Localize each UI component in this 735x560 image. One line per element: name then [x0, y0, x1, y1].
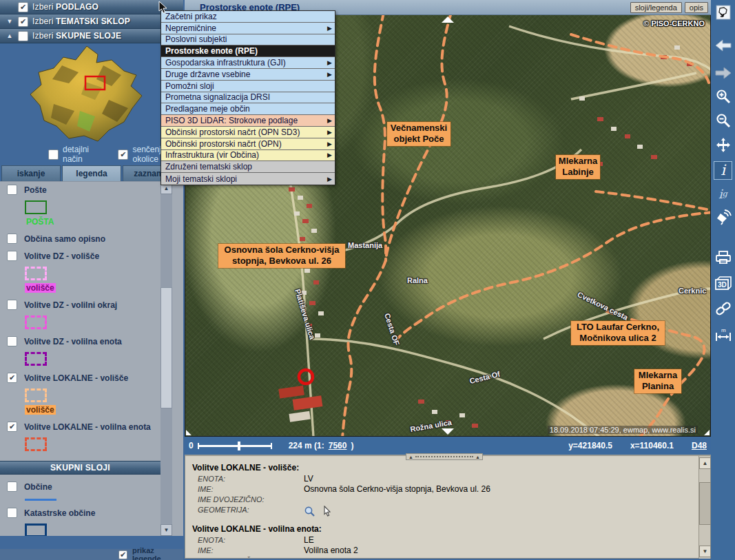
menu-item-za-etni-prikaz[interactable]: Začetni prikaz: [161, 11, 335, 23]
panel-header-tematski-sklop[interactable]: ▼✔Izberi TEMATSKI SKLOP: [0, 14, 183, 29]
layer-checkbox[interactable]: [7, 234, 17, 244]
pan-down-arrow[interactable]: [442, 428, 454, 435]
zoom-out-icon[interactable]: [714, 111, 732, 129]
three-d-icon[interactable]: 3D: [714, 273, 732, 292]
legend-item: Katastrske občinek.o.IME: [7, 508, 161, 536]
info-field-row: IME:Volilna enota 2: [192, 546, 698, 556]
gps-icon[interactable]: [714, 207, 732, 225]
scroll-down-icon[interactable]: ▼: [161, 524, 172, 536]
panel-checkbox[interactable]: [18, 31, 28, 41]
map-corner-handle-right[interactable]: [704, 430, 710, 435]
zoom-in-icon[interactable]: [714, 87, 732, 105]
selection-marker: [299, 370, 313, 384]
info-icon[interactable]: i: [714, 161, 732, 180]
info-field-label: ENOTA:: [192, 535, 304, 546]
menu-item-label: Združeni tematski sklop: [165, 162, 252, 172]
menu-item-moji-tematski-sklopi[interactable]: Moji tematski sklopi▶: [161, 173, 335, 185]
tab-iskanje[interactable]: iskanje: [1, 165, 61, 181]
show-legend-checkbox[interactable]: ✔: [118, 550, 127, 559]
forward-arrow-icon[interactable]: [714, 63, 732, 82]
tab-legenda[interactable]: legenda: [62, 165, 121, 181]
menu-item-druge-dr-avne-vsebine[interactable]: Druge državne vsebine▶: [161, 69, 335, 81]
menu-item-gospodarska-infrastruktura-gji-[interactable]: Gospodarska infrastruktura (GJI)▶: [161, 57, 335, 69]
measure-icon[interactable]: m: [714, 325, 732, 344]
panel-checkbox[interactable]: ✔: [18, 17, 28, 27]
scale-value-link[interactable]: 7560: [329, 441, 347, 450]
map-corner-handle-left[interactable]: [186, 430, 191, 435]
map-watermark: 18.09.2018 07:45:29, ewmap, www.realis.s…: [548, 426, 698, 434]
layer-checkbox[interactable]: [7, 508, 17, 518]
legend-scrollbar[interactable]: ▲ ▼: [161, 183, 172, 536]
scroll-up-icon[interactable]: ▲: [699, 457, 711, 469]
panel-header-podlago[interactable]: ✔Izberi PODLAGO: [0, 0, 183, 14]
chevron-up-icon[interactable]: ▲: [6, 32, 14, 39]
layer-checkbox[interactable]: [7, 251, 17, 261]
layer-checkbox[interactable]: [7, 481, 17, 492]
scale-slider[interactable]: [198, 445, 272, 447]
legend-item-row: ✔Volitve LOKALNE - volilna enota: [7, 422, 161, 432]
menu-item-zdru-eni-tematski-sklop[interactable]: Združeni tematski sklop: [161, 161, 335, 173]
layer-symbol-rect: [25, 437, 47, 451]
road-label: Mastanija: [348, 241, 382, 249]
chevron-down-icon[interactable]: ▼: [6, 18, 14, 25]
info-field-row: IME DVOJEZIČNO:: [192, 495, 698, 505]
zoom-to-geometry-icon[interactable]: [304, 506, 315, 520]
scrollbar-thumb[interactable]: [699, 482, 711, 525]
coord-y: y=421840.5: [568, 441, 612, 450]
panel-header-skupne-sloje[interactable]: ▲Izberi SKUPNE SLOJE: [0, 29, 183, 43]
menu-item-poslovni-subjekti[interactable]: Poslovni subjekti: [161, 34, 335, 46]
layer-checkbox[interactable]: [7, 185, 17, 195]
menu-item-label: Predlagane meje občin: [165, 104, 250, 114]
info-field-value: Volilna enota 2: [304, 546, 358, 556]
layer-sublabel: POŠTA: [25, 217, 55, 227]
overview-map-icon[interactable]: [714, 3, 732, 21]
info-field-label: IME:: [192, 546, 304, 556]
pan-icon[interactable]: [714, 136, 732, 154]
scale-slider-thumb[interactable]: [238, 442, 240, 450]
pan-up-arrow[interactable]: [442, 17, 454, 23]
scroll-down-icon[interactable]: ▼: [699, 546, 711, 557]
legend-list: PoštePOŠTAObčina samo opisnoVolitve DZ -…: [0, 181, 161, 536]
menu-item-predlagane-meje-ob-in[interactable]: Predlagane meje občin: [161, 103, 335, 115]
layer-checkbox[interactable]: ✔: [7, 373, 17, 383]
layers-legend-button[interactable]: sloji/legenda: [630, 2, 682, 13]
layer-symbol-line: [25, 499, 56, 501]
sidebar-tabs: iskanjelegendazaznamki: [0, 165, 183, 181]
menu-item-prometna-signalizacija-drsi[interactable]: Prometna signalizacija DRSI: [161, 92, 335, 104]
menu-item-pomo-ni-sloji[interactable]: Pomožni sloji: [161, 81, 335, 92]
scrollbar-thumb[interactable]: [161, 287, 172, 408]
layer-checkbox[interactable]: [7, 300, 17, 310]
description-button[interactable]: opis: [685, 2, 708, 13]
menu-item-infrastruktura-vir-ob-ina-[interactable]: Infrastruktura (vir Občina)▶: [161, 150, 335, 162]
legend-item: Občine: [7, 481, 161, 501]
legend-item: Volitve DZ - voliščevolišče: [7, 251, 161, 293]
legend-item-row: Volitve DZ - volišče: [7, 251, 161, 261]
map-statusbar: 0 224 m (1: 7560 ) y=421840.5 x=110460.1…: [185, 437, 711, 455]
datum-link[interactable]: D48: [692, 441, 707, 450]
menu-item-prostorske-enote-rpe-[interactable]: Prostorske enote (RPE): [161, 45, 335, 57]
toggle-checkbox[interactable]: [48, 149, 59, 160]
overview-toggle-row: detajlni način✔senčenje okolice: [0, 146, 183, 163]
overview-map[interactable]: [0, 43, 183, 146]
coordinate-readout: y=421840.5 x=110460.1 D48: [568, 441, 707, 450]
layer-checkbox[interactable]: ✔: [7, 422, 17, 432]
layer-checkbox[interactable]: [7, 336, 17, 346]
info-scrollbar[interactable]: ▲ ▼: [698, 456, 710, 559]
menu-item-ob-inski-prostorski-na-rt-opn-[interactable]: Občinski prostorski načrt (OPN)▶: [161, 138, 335, 150]
menu-item-piso-3d-lidar-strokovne-podlage[interactable]: PISO 3D LiDAR: Strokovne podlage▶: [161, 115, 335, 127]
print-icon[interactable]: [714, 248, 732, 267]
menu-item-ob-inski-prostorski-na-rt-opn-sd3-[interactable]: Občinski prostorski načrt (OPN SD3)▶: [161, 127, 335, 138]
layer-label: Volitve DZ - volišče: [24, 251, 99, 261]
legend-item: Volitve DZ - volilna enota: [7, 336, 161, 366]
back-arrow-icon[interactable]: [714, 36, 732, 54]
info-field-row: ENOTA:LV: [192, 474, 698, 484]
select-geometry-icon[interactable]: [322, 506, 332, 520]
road-label: Cerknic: [679, 287, 706, 295]
feature-label: Osnovna šola Cerkno-višja stopnja, Bevko…: [218, 244, 345, 268]
menu-item-nepremi-nine[interactable]: Nepremičnine▶: [161, 23, 335, 34]
panel-checkbox[interactable]: ✔: [18, 2, 28, 12]
toggle-checkbox[interactable]: ✔: [118, 149, 128, 160]
info-section-title: Volitve LOKALNE - volišče:: [192, 463, 698, 473]
link-icon[interactable]: [714, 299, 732, 318]
info-group-icon[interactable]: ig: [714, 185, 732, 203]
